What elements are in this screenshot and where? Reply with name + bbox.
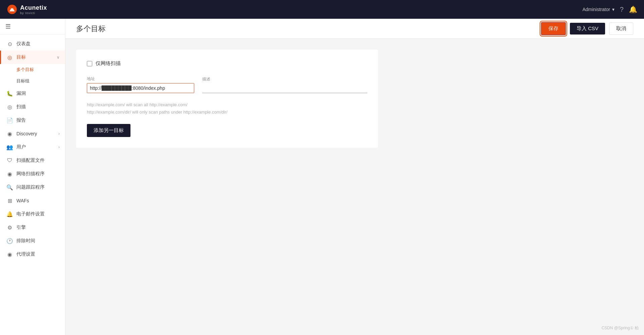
sidebar-item-users[interactable]: 👥 用户 ›	[0, 140, 65, 154]
sidebar-label-target-groups: 目标组	[16, 78, 30, 84]
import-csv-button[interactable]: 导入 CSV	[570, 23, 605, 35]
sidebar-item-wafs[interactable]: ⊞ WAFs	[0, 194, 65, 207]
users-arrow-icon: ›	[58, 145, 60, 149]
scan-config-icon: 🛡	[6, 157, 13, 164]
sidebar-item-discovery[interactable]: ◉ Discovery ›	[0, 127, 65, 140]
targets-icon: ◎	[6, 54, 13, 61]
notifications-button[interactable]: 🔔	[629, 5, 637, 13]
network-scan-checkbox[interactable]	[87, 61, 92, 66]
app-name: Acunetix	[20, 4, 47, 11]
sidebar-item-scans[interactable]: ◎ 扫描	[0, 100, 65, 114]
discovery-arrow-icon: ›	[58, 131, 60, 136]
sidebar-top: ☰	[0, 19, 65, 35]
sidebar-item-network-scanner[interactable]: ◉ 网络扫描程序	[0, 167, 65, 181]
description-field-group: 描述	[202, 76, 367, 93]
users-icon: 👥	[6, 144, 13, 150]
sidebar-item-vulnerabilities[interactable]: 🐛 漏洞	[0, 87, 65, 100]
hamburger-button[interactable]: ☰	[5, 23, 11, 30]
sidebar-item-dashboard[interactable]: ⊙ 仪表盘	[0, 37, 65, 51]
sidebar-item-proxy[interactable]: ◉ 代理设置	[0, 248, 65, 261]
sidebar-label-reports: 报告	[16, 117, 60, 123]
exclude-time-icon: 🕐	[6, 238, 13, 244]
header-actions: 保存 导入 CSV 取消	[541, 22, 633, 35]
acunetix-logo-icon	[7, 4, 17, 15]
sidebar-nav: ⊙ 仪表盘 ◎ 目标 ∨ 多个目标 目标组 🐛 漏洞 ◎ 扫描	[0, 35, 65, 335]
address-label: 地址	[87, 76, 194, 82]
sidebar-label-engine: 引擎	[16, 224, 60, 230]
sidebar-item-reports[interactable]: 📄 报告	[0, 114, 65, 127]
logo-area: Acunetix by Invicti	[7, 4, 47, 15]
sidebar-label-email-settings: 电子邮件设置	[16, 211, 60, 217]
bell-icon: 🔔	[629, 5, 637, 13]
discovery-icon: ◉	[6, 130, 13, 137]
top-nav-left: Acunetix by Invicti	[7, 4, 47, 15]
sidebar-label-wafs: WAFs	[16, 198, 60, 203]
sidebar-label-multi-targets: 多个目标	[16, 67, 34, 73]
sidebar-item-email-settings[interactable]: 🔔 电子邮件设置	[0, 207, 65, 221]
address-input[interactable]	[87, 83, 194, 93]
dropdown-arrow-icon: ▾	[612, 7, 614, 12]
app-sub: by Invicti	[20, 11, 47, 15]
network-scanner-icon: ◉	[6, 171, 13, 177]
sidebar-label-scans: 扫描	[16, 104, 60, 110]
save-button[interactable]: 保存	[541, 22, 566, 35]
address-field-group: 地址	[87, 76, 194, 93]
targets-arrow-icon: ∨	[57, 55, 60, 60]
admin-dropdown[interactable]: Administrator ▾	[582, 7, 614, 12]
sidebar: ☰ ⊙ 仪表盘 ◎ 目标 ∨ 多个目标 目标组 🐛 漏洞	[0, 19, 65, 335]
page-title: 多个目标	[76, 24, 106, 34]
dashboard-icon: ⊙	[6, 41, 13, 47]
footer-watermark: CSDN @Spring① 柏	[601, 325, 639, 331]
logo-text: Acunetix by Invicti	[20, 4, 47, 15]
network-scan-label: 仅网络扫描	[96, 60, 121, 67]
hint-line-2: http://example.com/dir/ will only scan p…	[87, 109, 367, 116]
proxy-icon: ◉	[6, 251, 13, 258]
hint-line-1: http://example.com/ will scan all http:/…	[87, 101, 367, 109]
issue-tracker-icon: 🔍	[6, 184, 13, 191]
form-card: 仅网络扫描 地址 描述 http://example.com/ will sca	[76, 50, 378, 148]
sidebar-label-users: 用户	[16, 144, 55, 150]
sidebar-item-engine[interactable]: ⚙ 引擎	[0, 221, 65, 234]
wafs-icon: ⊞	[6, 197, 13, 204]
help-icon: ?	[620, 6, 624, 13]
top-navigation: Acunetix by Invicti Administrator ▾ ? 🔔	[0, 0, 644, 19]
description-input[interactable]	[202, 83, 367, 93]
sidebar-item-multi-targets[interactable]: 多个目标	[0, 64, 65, 75]
top-nav-right: Administrator ▾ ? 🔔	[582, 5, 637, 13]
vulnerabilities-icon: 🐛	[6, 90, 13, 97]
sidebar-item-target-groups[interactable]: 目标组	[0, 75, 65, 87]
sidebar-label-targets: 目标	[16, 54, 53, 60]
engine-icon: ⚙	[6, 224, 13, 231]
sidebar-label-scan-config: 扫描配置文件	[16, 157, 60, 163]
email-settings-icon: 🔔	[6, 211, 13, 217]
network-scan-row: 仅网络扫描	[87, 60, 367, 67]
page-header: 多个目标 保存 导入 CSV 取消	[65, 19, 644, 39]
main-content: 多个目标 保存 导入 CSV 取消 仅网络扫描 地址	[65, 19, 644, 335]
sidebar-item-issue-tracker[interactable]: 🔍 问题跟踪程序	[0, 181, 65, 194]
sidebar-label-discovery: Discovery	[16, 131, 55, 136]
app-body: ☰ ⊙ 仪表盘 ◎ 目标 ∨ 多个目标 目标组 🐛 漏洞	[0, 19, 644, 335]
add-target-button[interactable]: 添加另一目标	[87, 124, 130, 137]
sidebar-item-scan-config[interactable]: 🛡 扫描配置文件	[0, 154, 65, 167]
page-body: 仅网络扫描 地址 描述 http://example.com/ will sca	[65, 39, 644, 335]
sidebar-item-targets[interactable]: ◎ 目标 ∨	[0, 51, 65, 64]
sidebar-label-exclude-time: 排除时间	[16, 238, 60, 244]
reports-icon: 📄	[6, 117, 13, 124]
sidebar-label-network-scanner: 网络扫描程序	[16, 171, 60, 177]
sidebar-label-proxy: 代理设置	[16, 251, 60, 257]
sidebar-item-exclude-time[interactable]: 🕐 排除时间	[0, 234, 65, 248]
sidebar-label-vulnerabilities: 漏洞	[16, 90, 60, 96]
target-row: 地址 描述	[87, 76, 367, 93]
cancel-button[interactable]: 取消	[609, 22, 633, 35]
sidebar-label-dashboard: 仪表盘	[16, 41, 60, 47]
scans-icon: ◎	[6, 104, 13, 110]
sidebar-label-issue-tracker: 问题跟踪程序	[16, 184, 60, 190]
hint-text: http://example.com/ will scan all http:/…	[87, 101, 367, 116]
svg-point-2	[11, 6, 13, 8]
admin-label: Administrator	[582, 7, 610, 12]
help-button[interactable]: ?	[620, 6, 624, 13]
description-label: 描述	[202, 76, 367, 82]
